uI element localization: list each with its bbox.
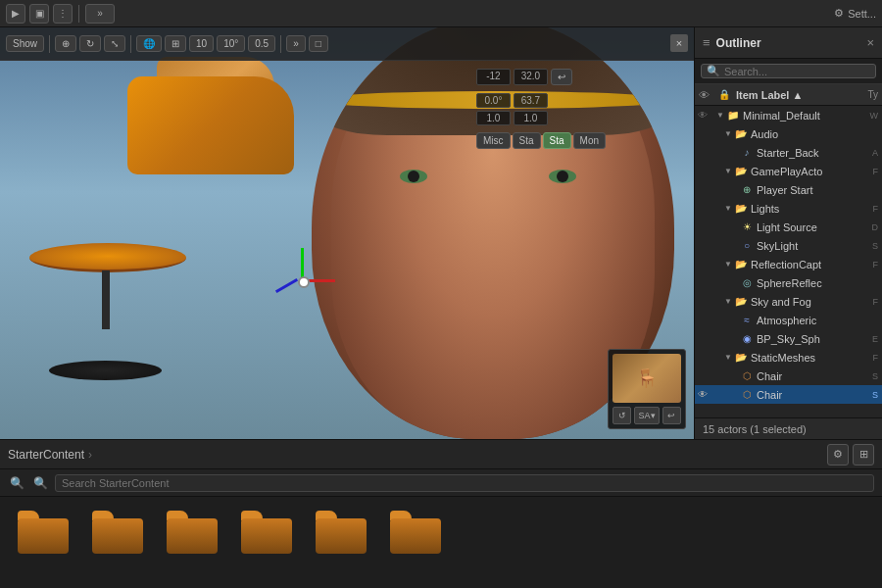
tree-item-reflection[interactable]: 👁 ▼ 📂 ReflectionCapt F — [695, 255, 882, 273]
vp-misc-label[interactable]: Misc — [476, 132, 511, 149]
eye-icon: 👁 — [695, 315, 710, 325]
vp-neg-stat: -12 — [476, 69, 511, 85]
vp-close-btn[interactable]: × — [670, 34, 688, 52]
viewport[interactable]: Show ⊕ ↻ ⤡ 🌐 ⊞ 10 10° 0.5 » □ × -12 32.0… — [0, 27, 694, 439]
tree-arrow[interactable]: ▼ — [722, 129, 734, 138]
tree-item-player-start[interactable]: 👁 ⊕ Player Start — [695, 180, 882, 199]
vp-tab3[interactable]: Mon — [573, 132, 606, 149]
outliner-search-input[interactable] — [724, 66, 870, 77]
vp-size-stat: 32.0 — [514, 69, 548, 85]
folder-icon: 📂 — [734, 258, 748, 271]
tree-label: Minimal_Default — [743, 110, 868, 122]
vp-scale-y: 1.0 — [514, 111, 548, 125]
content-folder-4[interactable] — [233, 511, 300, 574]
settings-icon-btn[interactable]: ⚙ — [827, 444, 849, 466]
eye-icon: 👁 — [695, 352, 710, 363]
vp-cam-btn[interactable]: □ — [309, 35, 328, 52]
content-browser: StarterContent › ⚙ ⊞ 🔍 🔍 — [0, 439, 882, 588]
tree-item-chair-selected[interactable]: 👁 ⬡ Chair S — [695, 385, 882, 404]
tree-item-gameplay[interactable]: 👁 ▼ 📂 GamePlayActo F — [695, 162, 882, 180]
vp-snap-btn[interactable]: 0.5 — [248, 35, 275, 52]
content-search-row: 🔍 🔍 — [0, 469, 882, 497]
tree-item-light-source[interactable]: 👁 ☀ Light Source D — [695, 218, 882, 236]
outliner-close-btn[interactable]: × — [866, 35, 874, 50]
content-folder-6[interactable] — [382, 511, 449, 574]
gizmo-z-axis — [275, 278, 298, 293]
gizmo-x-axis — [306, 279, 335, 282]
mini-sync-btn[interactable]: ↺ — [612, 407, 631, 424]
tree-arrow[interactable]: ▼ — [722, 260, 734, 269]
tree-item-chair-1[interactable]: 👁 ⬡ Chair S — [695, 367, 882, 385]
tree-item-atmospheric[interactable]: 👁 ≈ Atmospheric — [695, 311, 882, 329]
content-folder-1[interactable] — [10, 511, 76, 574]
tree-label: GamePlayActo — [751, 166, 871, 177]
content-folder-3[interactable] — [159, 511, 225, 574]
vp-rotate-btn[interactable]: ↻ — [79, 35, 101, 52]
toolbar-expand[interactable]: » — [85, 4, 115, 24]
tree-arrow[interactable]: ▼ — [722, 167, 734, 175]
content-browser-tools: ⚙ ⊞ — [827, 444, 874, 466]
atmospheric-icon: ≈ — [740, 314, 754, 327]
tree-arrow[interactable]: ▼ — [722, 297, 734, 306]
viewport-toolbar: Show ⊕ ↻ ⤡ 🌐 ⊞ 10 10° 0.5 » □ × — [0, 27, 694, 61]
folder-icon-1 — [18, 511, 69, 554]
tree-arrow[interactable]: ▼ — [714, 111, 726, 120]
mini-undo-btn[interactable]: ↩ — [662, 407, 681, 424]
tree-item-minimal-default[interactable]: 👁 ▼ 📁 Minimal_Default W — [695, 106, 882, 124]
vp-move-btn[interactable]: ⊕ — [55, 35, 76, 52]
vp-expand-btn[interactable]: » — [286, 35, 306, 52]
eye-icon: 👁 — [695, 277, 710, 288]
search-input-wrapper[interactable]: 🔍 — [701, 64, 876, 78]
gizmo-y-axis — [301, 248, 304, 277]
vp-grid-btn[interactable]: ⊞ — [165, 35, 186, 52]
vp-tab2[interactable]: Sta — [543, 132, 571, 149]
content-folder-5[interactable] — [308, 511, 374, 574]
tree-item-sky-fog[interactable]: 👁 ▼ 📂 Sky and Fog F — [695, 292, 882, 311]
mini-dropdown[interactable]: SA ▾ — [634, 407, 659, 424]
tree-item-sphere-reflect[interactable]: 👁 ◎ SphereReflec — [695, 273, 882, 292]
vp-angle-btn[interactable]: 10° — [217, 35, 245, 52]
tree-arrow[interactable]: ▼ — [722, 353, 734, 362]
layout-icon-btn[interactable]: ⊞ — [853, 444, 874, 466]
tree-arrow[interactable]: ▼ — [722, 204, 734, 213]
main-area: Show ⊕ ↻ ⤡ 🌐 ⊞ 10 10° 0.5 » □ × -12 32.0… — [0, 27, 882, 439]
eye-icon[interactable]: 👁 — [695, 110, 710, 121]
tree-item-static-meshes[interactable]: 👁 ▼ 📂 StaticMeshes F — [695, 348, 882, 367]
tree-item-audio[interactable]: 👁 ▼ 📂 Audio — [695, 124, 882, 143]
toolbar-btn-2[interactable]: ▣ — [29, 4, 49, 24]
search-icon-1[interactable]: 🔍 — [8, 474, 25, 492]
toolbar-btn-3[interactable]: ⋮ — [53, 4, 73, 24]
col-item-label[interactable]: Item Label ▲ — [736, 89, 845, 101]
tree-label: Lights — [751, 203, 871, 215]
gizmo-center[interactable] — [298, 276, 310, 288]
content-search-input[interactable] — [55, 474, 874, 492]
tree-item-lights[interactable]: 👁 ▼ 📂 Lights F — [695, 199, 882, 218]
vp-show-btn[interactable]: Show — [6, 35, 44, 52]
vp-grid-size[interactable]: 10 — [189, 35, 214, 52]
eye-icon[interactable]: 👁 — [695, 389, 710, 400]
tree-type: W — [868, 111, 879, 121]
vp-world-btn[interactable]: 🌐 — [136, 35, 162, 52]
search-icon-2[interactable]: 🔍 — [31, 474, 49, 492]
vp-tab1[interactable]: Sta — [513, 132, 541, 149]
vp-overlay-controls: -12 32.0 ↩ 0.0° 63.7 1.0 1.0 Misc Sta St… — [476, 69, 606, 149]
folder-icon: 📁 — [726, 109, 740, 122]
content-browser-toolbar: StarterContent › ⚙ ⊞ — [0, 440, 882, 469]
chair-preview-icon: 🪑 — [636, 368, 658, 389]
top-toolbar: ▶ ▣ ⋮ » ⚙ Sett... — [0, 0, 882, 27]
folder-icon: 📂 — [734, 202, 748, 216]
vp-angle-stat: 0.0° — [476, 93, 511, 108]
content-folder-2[interactable] — [84, 511, 151, 574]
col-visibility: 👁 — [699, 89, 714, 101]
tree-item-starter-back[interactable]: 👁 ♪ Starter_Back A — [695, 143, 882, 162]
tree-item-bp-sky[interactable]: 👁 ◉ BP_Sky_Sph E — [695, 329, 882, 348]
tree-item-skylight[interactable]: 👁 ○ SkyLight S — [695, 236, 882, 255]
vp-scale-btn[interactable]: ⤡ — [104, 35, 125, 52]
vp-scale-x: 1.0 — [476, 111, 511, 125]
settings-button[interactable]: ⚙ Sett... — [834, 7, 876, 20]
toolbar-btn-1[interactable]: ▶ — [6, 4, 25, 24]
vp-undo-btn[interactable]: ↩ — [551, 69, 572, 85]
breadcrumb-root[interactable]: StarterContent — [8, 448, 84, 462]
folder-icon-4 — [241, 511, 292, 554]
transform-gizmo[interactable] — [265, 243, 343, 321]
